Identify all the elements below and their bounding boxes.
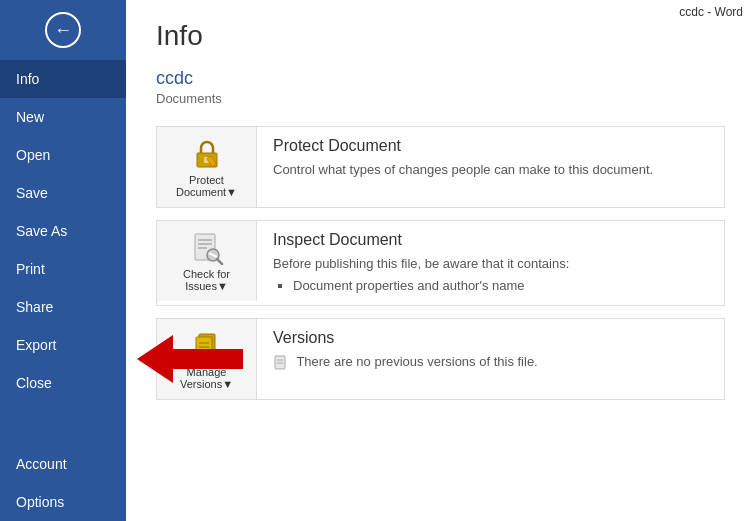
document-path: Documents: [156, 91, 725, 106]
inspect-document-card: Check forIssues▼ Inspect Document Before…: [156, 220, 725, 306]
inspect-label: Check forIssues▼: [183, 268, 230, 292]
inspect-list: Document properties and author's name: [273, 277, 569, 295]
protect-icon: [189, 136, 225, 172]
sidebar-label-account: Account: [16, 456, 67, 472]
sidebar-label-info: Info: [16, 71, 39, 87]
window-title: ccdc - Word: [679, 5, 743, 19]
page-title: Info: [156, 20, 725, 52]
inspect-icon: [189, 230, 225, 266]
sidebar-item-close[interactable]: Close: [0, 364, 126, 402]
document-name: ccdc: [156, 68, 725, 89]
inspect-list-item: Document properties and author's name: [293, 277, 569, 295]
inspect-card-text: Inspect Document Before publishing this …: [257, 221, 585, 305]
back-button[interactable]: ←: [0, 0, 126, 60]
sidebar-item-options[interactable]: Options: [0, 483, 126, 521]
protect-card-text: Protect Document Control what types of c…: [257, 127, 669, 189]
sidebar-spacer: [0, 402, 126, 445]
sidebar-label-new: New: [16, 109, 44, 125]
versions-card-desc: There are no previous versions of this f…: [273, 353, 538, 371]
main-content: ccdc - Word Info ccdc Documents ProtectD…: [126, 0, 755, 521]
sidebar-label-save: Save: [16, 185, 48, 201]
sidebar-label-share: Share: [16, 299, 53, 315]
sidebar-label-open: Open: [16, 147, 50, 163]
back-circle-icon: ←: [45, 12, 81, 48]
versions-card-title: Versions: [273, 329, 538, 347]
inspect-card-desc: Before publishing this file, be aware th…: [273, 255, 569, 295]
sidebar-label-save-as: Save As: [16, 223, 67, 239]
sidebar-item-new[interactable]: New: [0, 98, 126, 136]
arrow-head-icon: [137, 335, 173, 383]
sidebar-item-save-as[interactable]: Save As: [0, 212, 126, 250]
sidebar-label-close: Close: [16, 375, 52, 391]
versions-card-text: Versions There are no previous versions …: [257, 319, 554, 381]
sidebar: ← Info New Open Save Save As Print Share…: [0, 0, 126, 521]
versions-doc-icon: [273, 355, 289, 371]
protect-document-card: ProtectDocument▼ Protect Document Contro…: [156, 126, 725, 208]
sidebar-label-options: Options: [16, 494, 64, 510]
protect-card-desc: Control what types of changes people can…: [273, 161, 653, 179]
protect-document-button[interactable]: ProtectDocument▼: [157, 127, 257, 207]
sidebar-item-info[interactable]: Info: [0, 60, 126, 98]
sidebar-label-print: Print: [16, 261, 45, 277]
svg-line-8: [217, 259, 222, 264]
sidebar-label-export: Export: [16, 337, 56, 353]
title-bar: ccdc - Word: [126, 0, 755, 24]
sidebar-item-save[interactable]: Save: [0, 174, 126, 212]
sidebar-item-print[interactable]: Print: [0, 250, 126, 288]
sidebar-item-open[interactable]: Open: [0, 136, 126, 174]
protect-label: ProtectDocument▼: [176, 174, 237, 198]
sidebar-item-export[interactable]: Export: [0, 326, 126, 364]
check-issues-button[interactable]: Check forIssues▼: [157, 221, 257, 301]
versions-card: ManageVersions▼ Versions There are no pr…: [156, 318, 725, 400]
protect-card-title: Protect Document: [273, 137, 653, 155]
inspect-card-title: Inspect Document: [273, 231, 569, 249]
sidebar-item-account[interactable]: Account: [0, 445, 126, 483]
sidebar-item-share[interactable]: Share: [0, 288, 126, 326]
red-arrow-indicator: [137, 335, 243, 383]
arrow-body: [173, 349, 243, 369]
